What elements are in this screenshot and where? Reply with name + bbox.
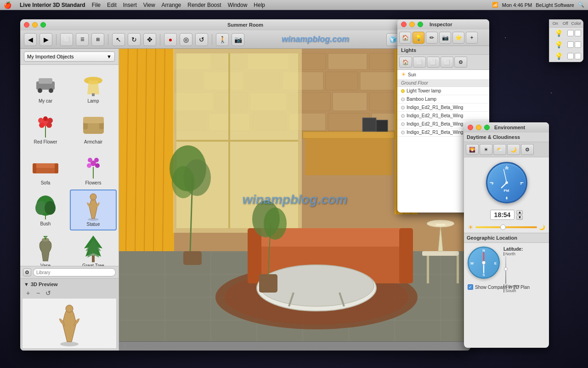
env-close-btn[interactable] <box>468 125 473 130</box>
object-item-red-flower[interactable]: Red Flower <box>22 108 69 148</box>
object-item-sofa[interactable]: Sofa <box>22 149 69 189</box>
on-toggle-2[interactable] <box>567 41 574 48</box>
zoom-reset-btn[interactable]: ↺ <box>44 289 52 297</box>
orbit-btn[interactable]: ◎ <box>180 33 192 46</box>
brightness-slider[interactable] <box>475 226 537 228</box>
move-tool[interactable]: ✥ <box>143 33 156 46</box>
svg-line-111 <box>289 293 294 306</box>
maximize-button[interactable] <box>40 22 46 28</box>
object-item-vase[interactable]: Vase <box>22 231 69 266</box>
zoom-out-btn[interactable]: − <box>34 289 42 297</box>
zoom-in-btn[interactable]: + <box>24 289 32 297</box>
latitude-thumb[interactable] <box>504 267 508 271</box>
inspector-tab-house[interactable]: 🏠 <box>399 32 411 44</box>
menu-render-boost[interactable]: Render Boost <box>187 2 221 8</box>
svg-point-42 <box>66 305 73 312</box>
light-item-1[interactable]: Light Tower lamp <box>397 87 489 95</box>
env-btn-cloudy[interactable]: ⛅ <box>493 144 506 155</box>
env-btn-day[interactable]: ☀ <box>480 144 492 155</box>
rotate-tool[interactable]: ↻ <box>128 33 141 46</box>
inspector-tab-star[interactable]: ⭐ <box>452 32 464 44</box>
inspector-min-btn[interactable] <box>409 22 415 27</box>
close-button[interactable] <box>24 22 29 28</box>
lights-btn-1[interactable]: 🏠 <box>399 57 412 68</box>
back-button[interactable]: ◀ <box>24 33 37 46</box>
time-up-btn[interactable]: ▲ <box>516 210 523 215</box>
sidebar-settings-icon[interactable]: ⚙ <box>23 268 31 276</box>
lights-btn-settings[interactable]: ⚙ <box>454 57 467 68</box>
camera-btn[interactable]: 📷 <box>232 33 244 46</box>
compass-checkbox[interactable]: ✓ <box>468 284 473 290</box>
view-detail-button[interactable]: ⊞ <box>91 33 104 46</box>
view-list-button[interactable]: ☰ <box>76 33 89 46</box>
menu-help[interactable]: Help <box>254 2 265 8</box>
menu-insert[interactable]: Insert <box>123 2 137 8</box>
lights-btn-4[interactable]: ⬜ <box>441 57 453 68</box>
apple-logo[interactable]: 🍎 <box>4 1 11 9</box>
svg-point-137 <box>505 181 508 184</box>
forward-button[interactable]: ▶ <box>40 33 52 46</box>
preview-zoom-controls: + − ↺ <box>22 288 117 298</box>
light-item-4[interactable]: Indigo_Ed2_R1_Beta_Wing <box>397 112 489 120</box>
svg-point-121 <box>172 166 195 198</box>
object-item-great-tree[interactable]: Great Tree <box>70 231 117 266</box>
object-item-lamp[interactable]: Lamp <box>70 67 117 107</box>
library-search[interactable] <box>33 268 116 276</box>
inspector-tab-camera[interactable]: 📷 <box>439 32 451 44</box>
menu-arrange[interactable]: Arrange <box>162 2 181 8</box>
view-2d-button[interactable]: ⬜ <box>60 33 73 46</box>
refresh-btn[interactable]: ↺ <box>195 33 208 46</box>
menu-window[interactable]: Window <box>228 2 248 8</box>
imported-objects-dropdown[interactable]: My Imported Objects ▼ <box>24 52 115 62</box>
lights-btn-2[interactable]: ⬜ <box>413 57 426 68</box>
menu-file[interactable]: File <box>92 2 101 8</box>
object-item-flowers[interactable]: Flowers <box>70 149 117 189</box>
inspector-close-btn[interactable] <box>401 22 407 27</box>
on-toggle-1[interactable] <box>567 30 574 36</box>
svg-rect-114 <box>427 256 429 283</box>
on-toggle-3[interactable] <box>567 53 574 59</box>
object-item-statue[interactable]: Statue <box>70 190 117 230</box>
svg-point-103 <box>215 265 418 329</box>
clock-face: 12 3 6 9 PM <box>486 162 527 203</box>
env-btn-sunrise[interactable]: 🌄 <box>466 144 479 155</box>
search-icon[interactable]: 🔍 <box>578 2 584 8</box>
env-max-btn[interactable] <box>484 125 490 130</box>
minimize-button[interactable] <box>32 22 38 28</box>
separator-3 <box>160 34 160 45</box>
time-down-btn[interactable]: ▼ <box>516 215 523 220</box>
menu-view[interactable]: View <box>143 2 155 8</box>
lights-section-header: Lights <box>397 46 489 55</box>
object-item-armchair[interactable]: Armchair <box>70 108 117 148</box>
figure-btn[interactable]: 🚶 <box>216 33 229 46</box>
light-item-2[interactable]: Bamboo Lamp <box>397 95 489 104</box>
svg-rect-89 <box>362 118 376 132</box>
clock: Mon 4:46 PM <box>502 2 532 8</box>
lights-btn-3[interactable]: ⬜ <box>427 57 440 68</box>
select-tool[interactable]: ↖ <box>112 33 125 46</box>
color-swatch-3[interactable] <box>575 53 581 59</box>
inspector-tab-plus[interactable]: + <box>466 32 478 44</box>
svg-point-10 <box>38 118 44 123</box>
inspector-tab-edit[interactable]: ✏ <box>426 32 438 44</box>
inspector-tab-bulb[interactable]: 💡 <box>413 32 424 44</box>
object-item-my-car[interactable]: My car <box>22 67 69 107</box>
env-btn-night[interactable]: 🌙 <box>507 144 520 155</box>
compass-checkbox-label: Show Compass in 2D Plan <box>475 285 530 290</box>
env-btn-settings[interactable]: ⚙ <box>521 144 534 155</box>
brightness-thumb[interactable] <box>500 224 506 230</box>
app-name: Live Interior 3D Standard <box>20 2 85 8</box>
latitude-track[interactable] <box>505 256 506 284</box>
light-item-3[interactable]: Indigo_Ed2_R1_Beta_Wing <box>397 104 489 112</box>
resize-handle[interactable]: ⋮ <box>123 344 127 349</box>
on-header: On <box>551 21 560 26</box>
env-min-btn[interactable] <box>476 125 481 130</box>
color-swatch-2[interactable] <box>575 41 581 48</box>
collapse-icon[interactable]: ▼ <box>24 282 29 287</box>
object-item-bush[interactable]: Bush <box>22 190 69 230</box>
compass[interactable]: N S W E <box>468 247 500 279</box>
inspector-max-btn[interactable] <box>418 22 423 27</box>
color-swatch-1[interactable] <box>575 30 581 36</box>
record-btn[interactable]: ● <box>164 33 177 46</box>
menu-edit[interactable]: Edit <box>107 2 117 8</box>
